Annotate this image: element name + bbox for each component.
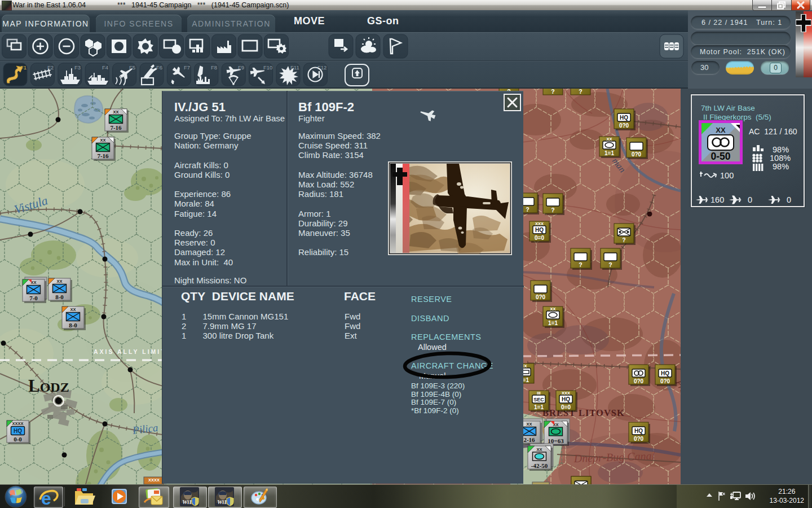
svg-text:1=1: 1=1	[604, 150, 614, 156]
svg-text:7-16: 7-16	[97, 152, 109, 159]
svg-text:?: ?	[579, 89, 582, 95]
svg-text:XX: XX	[100, 138, 105, 143]
svg-text:XX: XX	[56, 279, 62, 284]
svg-text:0=0: 0=0	[561, 404, 571, 410]
svg-text:0?0: 0?0	[660, 378, 670, 384]
svg-text:XX: XX	[70, 307, 76, 312]
svg-text:7-0: 7-0	[29, 295, 38, 301]
svg-text:98%: 98%	[773, 145, 789, 154]
svg-text:98%: 98%	[773, 162, 789, 171]
svg-text:108%: 108%	[770, 154, 791, 163]
svg-text:1=1: 1=1	[534, 404, 544, 410]
svg-text:0: 0	[787, 195, 791, 204]
svg-text:F10: F10	[263, 64, 272, 71]
svg-text:7-16: 7-16	[110, 124, 122, 131]
svg-text:0?0: 0?0	[536, 294, 546, 300]
svg-text:BREST LITOVSK: BREST LITOVSK	[542, 408, 625, 418]
svg-text:?: ?	[526, 206, 529, 213]
svg-text:1=1: 1=1	[548, 320, 558, 326]
svg-text:F6: F6	[156, 64, 162, 71]
svg-text:?: ?	[551, 207, 554, 213]
svg-text:F7: F7	[184, 64, 190, 71]
svg-text:160: 160	[710, 195, 724, 204]
svg-text:XX: XX	[536, 447, 542, 452]
svg-text:F4: F4	[102, 64, 108, 71]
svg-text:-42-50: -42-50	[531, 462, 548, 469]
svg-text:F12: F12	[317, 64, 326, 71]
svg-text:0?0: 0?0	[634, 378, 644, 384]
svg-text:0=0: 0=0	[535, 235, 544, 241]
svg-text:XX: XX	[716, 126, 726, 134]
svg-text:F8: F8	[211, 64, 217, 71]
svg-text:0: 0	[748, 195, 752, 204]
svg-text:0?0: 0?0	[619, 122, 629, 129]
svg-text:0-50: 0-50	[710, 151, 730, 162]
svg-text:XX: XX	[526, 422, 532, 427]
svg-text:10=63: 10=63	[548, 437, 564, 444]
svg-text:HQ: HQ	[14, 428, 22, 434]
svg-text:?: ?	[579, 261, 582, 268]
svg-text:XXXX: XXXX	[12, 421, 23, 426]
svg-text:AC 121 / 160: AC 121 / 160	[749, 127, 797, 136]
svg-text:?: ?	[551, 89, 554, 95]
svg-text:2-16: 2-16	[523, 436, 535, 443]
svg-text:XXXX: XXXX	[148, 478, 160, 483]
svg-text:0-0: 0-0	[14, 436, 22, 443]
svg-text:F3: F3	[74, 64, 81, 71]
svg-text:?: ?	[608, 261, 612, 268]
svg-text:0?0: 0?0	[634, 436, 644, 442]
svg-text:8-0: 8-0	[55, 294, 64, 300]
svg-text:0?0: 0?0	[632, 151, 642, 157]
svg-text:?: ?	[622, 237, 625, 243]
svg-text:100: 100	[720, 171, 734, 180]
svg-text:XX: XX	[113, 110, 118, 115]
svg-text:8-0: 8-0	[69, 322, 77, 329]
